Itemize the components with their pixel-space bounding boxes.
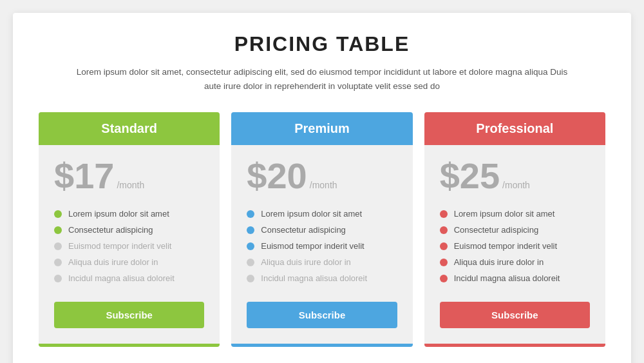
- list-item: Aliqua duis irure dolor in: [247, 254, 397, 270]
- page-title: PRICING TABLE: [39, 32, 605, 56]
- list-item: Euismod tempor inderit velit: [440, 238, 590, 254]
- list-item: Consectetur adispicing: [440, 222, 590, 238]
- list-item: Incidul magna alisua doloreit: [440, 270, 590, 286]
- price-row-premium: $20/month: [247, 158, 397, 194]
- features-list-professional: Lorem ipsum dolor sit ametConsectetur ad…: [440, 206, 590, 286]
- feature-text-premium-0: Lorem ipsum dolor sit amet: [261, 209, 362, 219]
- feature-text-premium-4: Incidul magna alisua doloreit: [261, 273, 367, 283]
- feature-dot-professional-3: [440, 259, 448, 266]
- subscribe-button-premium[interactable]: Subscribe: [247, 302, 397, 328]
- features-list-standard: Lorem ipsum dolor sit ametConsectetur ad…: [54, 206, 204, 286]
- list-item: Euismod tempor inderit velit: [54, 238, 204, 254]
- feature-dot-professional-0: [440, 210, 448, 218]
- feature-text-standard-0: Lorem ipsum dolor sit amet: [68, 209, 169, 219]
- feature-text-standard-2: Euismod tempor inderit velit: [68, 241, 171, 251]
- card-header-standard: Standard: [39, 112, 220, 145]
- price-row-standard: $17/month: [54, 158, 204, 194]
- pricing-table-container: PRICING TABLE Lorem ipsum dolor sit amet…: [13, 13, 631, 363]
- feature-dot-premium-1: [247, 226, 254, 234]
- card-professional: Professional$25/monthLorem ipsum dolor s…: [424, 112, 605, 347]
- list-item: Lorem ipsum dolor sit amet: [440, 206, 590, 222]
- price-row-professional: $25/month: [440, 158, 590, 194]
- list-item: Incidul magna alisua doloreit: [54, 270, 204, 286]
- feature-dot-standard-2: [54, 242, 62, 250]
- price-period-standard: /month: [117, 180, 144, 190]
- feature-dot-standard-0: [54, 210, 62, 218]
- page-subtitle: Lorem ipsum dolor sit amet, consectetur …: [71, 65, 573, 93]
- price-period-premium: /month: [310, 180, 337, 190]
- feature-dot-premium-0: [247, 210, 254, 218]
- card-bottom-bar-professional: [424, 344, 605, 347]
- feature-dot-professional-2: [440, 242, 448, 250]
- subscribe-button-professional[interactable]: Subscribe: [440, 302, 590, 328]
- subscribe-button-standard[interactable]: Subscribe: [54, 302, 204, 328]
- feature-dot-premium-3: [247, 259, 254, 266]
- list-item: Lorem ipsum dolor sit amet: [54, 206, 204, 222]
- price-period-professional: /month: [502, 180, 530, 190]
- list-item: Lorem ipsum dolor sit amet: [247, 206, 397, 222]
- card-standard: Standard$17/monthLorem ipsum dolor sit a…: [39, 112, 220, 347]
- feature-text-professional-0: Lorem ipsum dolor sit amet: [454, 209, 555, 219]
- card-body-premium: $20/monthLorem ipsum dolor sit ametConse…: [231, 145, 412, 344]
- feature-text-professional-3: Aliqua duis irure dolor in: [454, 257, 544, 267]
- feature-dot-premium-2: [247, 242, 254, 250]
- feature-dot-professional-1: [440, 226, 448, 234]
- card-premium: Premium$20/monthLorem ipsum dolor sit am…: [231, 112, 412, 347]
- cards-container: Standard$17/monthLorem ipsum dolor sit a…: [39, 112, 605, 347]
- feature-text-professional-2: Euismod tempor inderit velit: [454, 241, 557, 251]
- price-amount-standard: $17: [54, 158, 114, 194]
- card-body-professional: $25/monthLorem ipsum dolor sit ametConse…: [424, 145, 605, 344]
- list-item: Incidul magna alisua doloreit: [247, 270, 397, 286]
- card-bottom-bar-premium: [231, 344, 412, 347]
- list-item: Aliqua duis irure dolor in: [54, 254, 204, 270]
- feature-text-professional-4: Incidul magna alisua doloreit: [454, 273, 560, 283]
- feature-text-premium-2: Euismod tempor inderit velit: [261, 241, 364, 251]
- list-item: Consectetur adispicing: [247, 222, 397, 238]
- feature-text-professional-1: Consectetur adispicing: [454, 225, 539, 235]
- feature-text-standard-3: Aliqua duis irure dolor in: [68, 257, 158, 267]
- card-header-professional: Professional: [424, 112, 605, 145]
- feature-dot-standard-1: [54, 226, 62, 234]
- card-body-standard: $17/monthLorem ipsum dolor sit ametConse…: [39, 145, 220, 344]
- feature-dot-standard-3: [54, 259, 62, 266]
- list-item: Euismod tempor inderit velit: [247, 238, 397, 254]
- list-item: Consectetur adispicing: [54, 222, 204, 238]
- feature-text-standard-1: Consectetur adispicing: [68, 225, 153, 235]
- feature-text-standard-4: Incidul magna alisua doloreit: [68, 273, 175, 283]
- feature-text-premium-3: Aliqua duis irure dolor in: [261, 257, 350, 267]
- card-bottom-bar-standard: [39, 344, 220, 347]
- feature-text-premium-1: Consectetur adispicing: [261, 225, 346, 235]
- feature-dot-professional-4: [440, 275, 448, 282]
- list-item: Aliqua duis irure dolor in: [440, 254, 590, 270]
- features-list-premium: Lorem ipsum dolor sit ametConsectetur ad…: [247, 206, 397, 286]
- feature-dot-premium-4: [247, 275, 254, 282]
- card-header-premium: Premium: [231, 112, 412, 145]
- feature-dot-standard-4: [54, 275, 62, 282]
- price-amount-professional: $25: [440, 158, 500, 194]
- price-amount-premium: $20: [247, 158, 307, 194]
